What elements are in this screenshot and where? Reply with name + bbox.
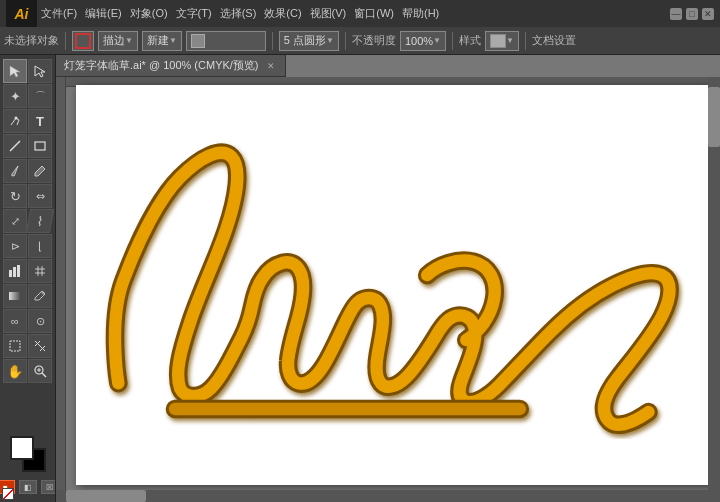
new-dropdown[interactable]: 新建 ▼ [142,31,182,51]
tool-row-2: ✦ ⌒ [3,84,52,108]
separator-3 [345,32,346,50]
direct-select-tool[interactable] [28,59,52,83]
style-dropdown[interactable]: ▼ [485,31,519,51]
doc-tab-close[interactable]: ✕ [265,60,277,72]
menu-select[interactable]: 选择(S) [220,6,257,21]
tool-row-3: T [3,109,52,133]
gradient-button[interactable]: ◧ [19,480,37,494]
select-tool[interactable] [3,59,27,83]
gradient-tool[interactable] [3,284,27,308]
tool-row-4 [3,134,52,158]
scrollbar-vertical-thumb[interactable] [708,87,720,147]
swatch-stack [10,436,46,472]
menu-object[interactable]: 对象(O) [130,6,168,21]
foreground-color-swatch[interactable] [10,436,34,460]
pen-tool[interactable] [3,109,27,133]
tool-row-1 [3,59,52,83]
maximize-button[interactable]: □ [686,8,698,20]
new-label: 新建 [147,33,169,48]
svg-line-3 [10,141,20,151]
left-toolbar: ✦ ⌒ T [0,55,56,502]
stroke-arrow: ▼ [125,36,133,45]
eyedropper-tool[interactable] [28,284,52,308]
style-box[interactable] [186,31,266,51]
line-tool[interactable] [3,134,27,158]
rotate-tool[interactable]: ↻ [3,184,27,208]
reflect-tool[interactable]: ⇔ [28,184,52,208]
column-graph-tool[interactable] [3,259,27,283]
minimize-button[interactable]: — [670,8,682,20]
svg-rect-7 [17,265,20,277]
stroke-label: 描边 [103,33,125,48]
separator-5 [525,32,526,50]
paintbrush-tool[interactable] [3,159,27,183]
width-tool[interactable]: ⊳ [3,234,27,258]
stroke-dropdown[interactable]: 描边 ▼ [98,31,138,51]
svg-line-16 [42,373,46,377]
svg-marker-0 [10,66,20,77]
blend-tool[interactable]: ∞ [3,309,27,333]
app-logo: Ai [6,0,37,27]
tool-row-11: ∞ ⊙ [3,309,52,333]
canvas-area: 灯笼字体临草.ai* @ 100% (CMYK/预览) ✕ [56,55,720,502]
selection-label: 未选择对象 [4,33,59,48]
control-toolbar: 未选择对象 描边 ▼ 新建 ▼ 5 点圆形 ▼ 不透明度 100% ▼ 样式 ▼… [0,27,720,55]
scrollbar-horizontal[interactable] [56,490,708,502]
menu-type[interactable]: 文字(T) [176,6,212,21]
tool-row-10 [3,284,52,308]
doc-tab-name: 灯笼字体临草.ai* @ 100% (CMYK/预览) [64,58,259,73]
point-size-label: 5 点圆形 [284,33,326,48]
tool-row-8: ⊳ ⌊ [3,234,52,258]
pencil-tool[interactable] [28,159,52,183]
window-controls: — □ ✕ [670,8,714,20]
point-arrow: ▼ [326,36,334,45]
text-tool[interactable]: T [28,109,52,133]
scrollbar-horizontal-thumb[interactable] [66,490,146,502]
slice-tool[interactable] [28,334,52,358]
menu-help[interactable]: 帮助(H) [402,6,439,21]
style-label: 样式 [459,33,481,48]
menu-file[interactable]: 文件(F) [41,6,77,21]
tool-row-7: ⤢ ⌇ [3,209,52,233]
stroke-color-button[interactable] [72,31,94,51]
main-layout: ✦ ⌒ T [0,55,720,502]
rect-tool[interactable] [28,134,52,158]
lasso-tool[interactable]: ⌒ [28,84,52,108]
lettering-artwork [86,95,686,445]
mesh-tool[interactable] [28,259,52,283]
document-tab[interactable]: 灯笼字体临草.ai* @ 100% (CMYK/预览) ✕ [56,55,286,77]
scrollbar-vertical[interactable] [708,77,720,502]
shear-tool[interactable]: ⌇ [26,209,54,233]
opacity-value: 100% [405,35,433,47]
close-button[interactable]: ✕ [702,8,714,20]
tool-row-6: ↻ ⇔ [3,184,52,208]
none-button[interactable]: ☒ [41,480,57,494]
none-swatch[interactable] [2,488,14,500]
menu-edit[interactable]: 编辑(E) [85,6,122,21]
color-swatches: ■ ◧ ☒ [0,436,56,498]
white-canvas [76,85,711,485]
menu-view[interactable]: 视图(V) [310,6,347,21]
menu-effect[interactable]: 效果(C) [264,6,301,21]
menu-window[interactable]: 窗口(W) [354,6,394,21]
point-size-dropdown[interactable]: 5 点圆形 ▼ [279,31,339,51]
svg-point-2 [15,117,18,120]
magic-wand-tool[interactable]: ✦ [3,84,27,108]
doc-settings-label: 文档设置 [532,33,576,48]
hand-tool[interactable]: ✋ [3,359,27,383]
tool-row-12 [3,334,52,358]
svg-rect-12 [9,292,21,300]
svg-rect-4 [35,142,45,150]
opacity-input[interactable]: 100% ▼ [400,31,446,51]
svg-rect-5 [9,270,12,277]
tool-row-13: ✋ [3,359,52,383]
separator-1 [65,32,66,50]
new-arrow: ▼ [169,36,177,45]
tool-row-5 [3,159,52,183]
title-bar: Ai 文件(F) 编辑(E) 对象(O) 文字(T) 选择(S) 效果(C) 视… [0,0,720,27]
zoom-tool[interactable] [28,359,52,383]
warp-tool[interactable]: ⌊ [28,234,52,258]
scale-tool[interactable]: ⤢ [3,209,27,233]
symbol-spray-tool[interactable]: ⊙ [28,309,52,333]
artboard-tool[interactable] [3,334,27,358]
